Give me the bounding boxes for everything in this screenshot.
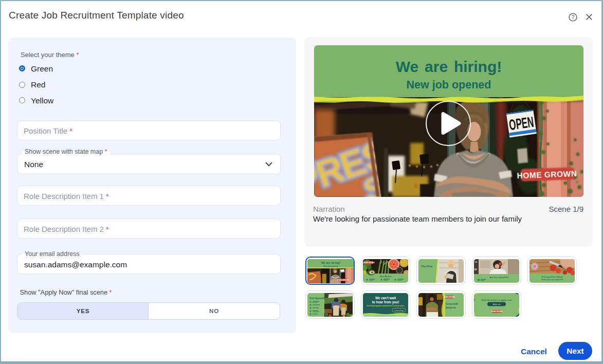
svg-text:HOME GROWN: HOME GROWN — [337, 279, 349, 281]
svg-text:ns: ns — [474, 261, 478, 263]
svg-text:to hear from you!: to hear from you! — [372, 300, 399, 304]
svg-text:homegrown.com/careers to learn: homegrown.com/careers to learn more — [375, 315, 396, 316]
svg-text:HOME GROWN: HOME GROWN — [491, 311, 502, 313]
svg-text:HOME GROWN: HOME GROWN — [444, 296, 454, 298]
svg-text:W: W — [474, 268, 477, 271]
svg-text:Careers Page: Careers Page — [394, 309, 404, 311]
svg-text:OPEN: OPEN — [508, 114, 535, 133]
svg-text:?: ? — [572, 14, 575, 20]
svg-text:We are hiring!: We are hiring! — [396, 58, 502, 75]
svg-text:The Role: The Role — [421, 265, 433, 268]
svg-text:Apply now: Apply now — [492, 303, 501, 305]
svg-text:Details given upon application: Details given upon application — [541, 279, 563, 281]
svg-text:Click the button to apply now!: Click the button to apply now! — [481, 298, 512, 301]
svg-text:HOME GROWN: HOME GROWN — [363, 262, 374, 264]
svg-text:Who We Are: Who We Are — [379, 275, 392, 278]
svg-text:Are You a Good Fit?: Are You a Good Fit? — [489, 276, 509, 279]
svg-text:purpose: purpose — [446, 306, 456, 309]
svg-text:New job opened: New job opened — [407, 79, 491, 91]
svg-text:Visit homegrown.com/careers to: Visit homegrown.com/careers to learn mor… — [367, 305, 404, 307]
svg-text:We are hiring!: We are hiring! — [321, 261, 340, 264]
svg-text:Grow with: Grow with — [446, 302, 458, 305]
svg-text:We can't wait: We can't wait — [375, 296, 396, 300]
svg-text:Full Benefits: Full Benefits — [309, 297, 326, 300]
svg-text:New job opened: New job opened — [323, 265, 337, 267]
svg-text:A Competitive Salary: A Competitive Salary — [541, 276, 563, 278]
